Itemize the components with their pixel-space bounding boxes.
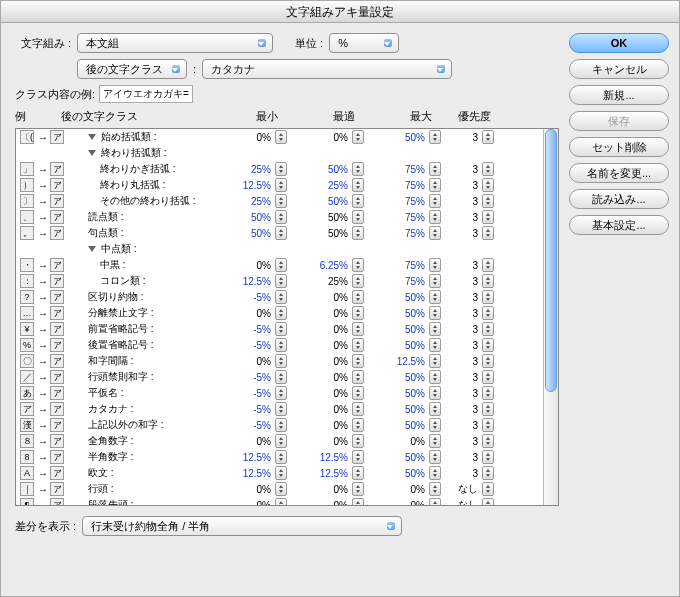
stepper[interactable] [352, 466, 364, 480]
stepper[interactable] [429, 482, 441, 496]
stepper[interactable] [352, 498, 364, 505]
stepper[interactable] [482, 402, 494, 416]
stepper[interactable] [275, 482, 287, 496]
class-select[interactable]: カタカナ [202, 59, 452, 79]
stepper[interactable] [482, 290, 494, 304]
basic-settings-button[interactable]: 基本設定... [569, 215, 669, 235]
stepper[interactable] [352, 258, 364, 272]
stepper[interactable] [275, 130, 287, 144]
scrollbar-thumb[interactable] [545, 129, 557, 392]
stepper[interactable] [482, 418, 494, 432]
stepper[interactable] [429, 354, 441, 368]
rename-button[interactable]: 名前を変更... [569, 163, 669, 183]
stepper[interactable] [429, 290, 441, 304]
stepper[interactable] [482, 162, 494, 176]
stepper[interactable] [429, 226, 441, 240]
stepper[interactable] [429, 162, 441, 176]
stepper[interactable] [482, 498, 494, 505]
stepper[interactable] [429, 210, 441, 224]
stepper[interactable] [352, 322, 364, 336]
stepper[interactable] [275, 162, 287, 176]
diff-select[interactable]: 行末受け約物全角 / 半角 [82, 516, 402, 536]
direction-select[interactable]: 後の文字クラス [77, 59, 187, 79]
stepper[interactable] [275, 178, 287, 192]
cancel-button[interactable]: キャンセル [569, 59, 669, 79]
stepper[interactable] [482, 194, 494, 208]
stepper[interactable] [429, 258, 441, 272]
stepper[interactable] [352, 306, 364, 320]
stepper[interactable] [352, 338, 364, 352]
stepper[interactable] [352, 402, 364, 416]
stepper[interactable] [482, 450, 494, 464]
stepper[interactable] [352, 226, 364, 240]
stepper[interactable] [482, 226, 494, 240]
stepper[interactable] [275, 418, 287, 432]
delete-set-button[interactable]: セット削除 [569, 137, 669, 157]
scrollbar[interactable] [543, 129, 558, 505]
stepper[interactable] [275, 402, 287, 416]
stepper[interactable] [275, 354, 287, 368]
stepper[interactable] [275, 498, 287, 505]
stepper[interactable] [429, 450, 441, 464]
stepper[interactable] [429, 178, 441, 192]
stepper[interactable] [429, 322, 441, 336]
stepper[interactable] [482, 306, 494, 320]
stepper[interactable] [352, 130, 364, 144]
stepper[interactable] [429, 466, 441, 480]
save-button[interactable]: 保存 [569, 111, 669, 131]
stepper[interactable] [352, 178, 364, 192]
stepper[interactable] [352, 194, 364, 208]
stepper[interactable] [352, 162, 364, 176]
unit-select[interactable]: % [329, 33, 399, 53]
stepper[interactable] [352, 370, 364, 384]
stepper[interactable] [352, 450, 364, 464]
stepper[interactable] [275, 322, 287, 336]
disclosure-icon[interactable] [88, 147, 98, 157]
stepper[interactable] [482, 274, 494, 288]
stepper[interactable] [429, 370, 441, 384]
stepper[interactable] [482, 482, 494, 496]
stepper[interactable] [275, 370, 287, 384]
disclosure-icon[interactable] [88, 243, 98, 253]
stepper[interactable] [275, 274, 287, 288]
composition-select[interactable]: 本文組 [77, 33, 273, 53]
stepper[interactable] [429, 402, 441, 416]
disclosure-icon[interactable] [88, 131, 98, 141]
stepper[interactable] [482, 466, 494, 480]
stepper[interactable] [429, 338, 441, 352]
stepper[interactable] [482, 178, 494, 192]
stepper[interactable] [429, 434, 441, 448]
stepper[interactable] [352, 434, 364, 448]
stepper[interactable] [352, 274, 364, 288]
stepper[interactable] [275, 226, 287, 240]
stepper[interactable] [352, 386, 364, 400]
stepper[interactable] [429, 306, 441, 320]
stepper[interactable] [275, 194, 287, 208]
import-button[interactable]: 読み込み... [569, 189, 669, 209]
stepper[interactable] [275, 434, 287, 448]
stepper[interactable] [275, 466, 287, 480]
ok-button[interactable]: OK [569, 33, 669, 53]
stepper[interactable] [275, 338, 287, 352]
stepper[interactable] [352, 210, 364, 224]
stepper[interactable] [275, 258, 287, 272]
stepper[interactable] [352, 354, 364, 368]
stepper[interactable] [429, 274, 441, 288]
stepper[interactable] [352, 482, 364, 496]
stepper[interactable] [275, 306, 287, 320]
stepper[interactable] [352, 418, 364, 432]
new-button[interactable]: 新規... [569, 85, 669, 105]
stepper[interactable] [482, 338, 494, 352]
stepper[interactable] [482, 434, 494, 448]
stepper[interactable] [275, 290, 287, 304]
stepper[interactable] [482, 130, 494, 144]
stepper[interactable] [275, 386, 287, 400]
stepper[interactable] [352, 290, 364, 304]
stepper[interactable] [275, 450, 287, 464]
stepper[interactable] [482, 354, 494, 368]
stepper[interactable] [482, 370, 494, 384]
stepper[interactable] [482, 322, 494, 336]
stepper[interactable] [429, 194, 441, 208]
stepper[interactable] [482, 258, 494, 272]
stepper[interactable] [429, 418, 441, 432]
